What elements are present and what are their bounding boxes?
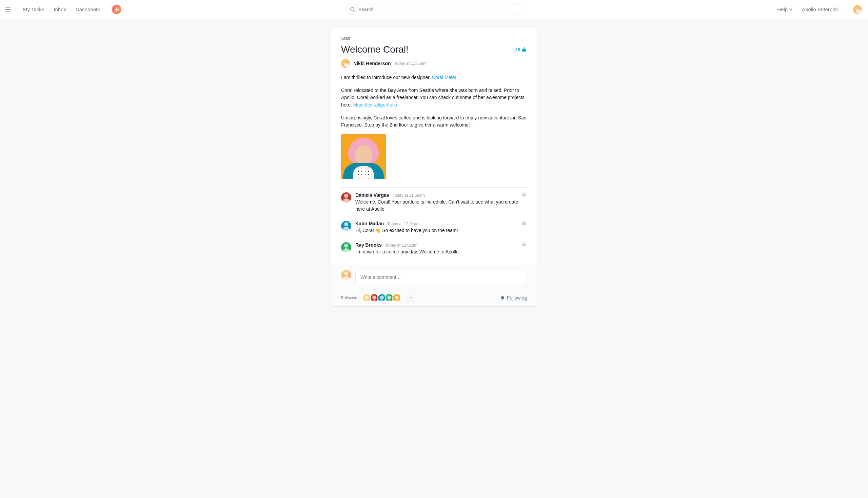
thumbs-up-icon [521,241,527,247]
followers-avatars [362,293,401,302]
commenter-avatar[interactable] [341,221,351,231]
compose-row [331,265,537,289]
hamburger-icon [5,7,11,12]
commenter-name[interactable]: Kabir Madan [355,221,384,226]
comment-item: Ray Brooks Today at 12:02pm I'm down for… [341,238,527,260]
compose-avatar [341,270,351,280]
commenter-name[interactable]: Daniela Vargas [355,192,389,198]
following-label: Following [507,295,527,301]
conversation-title: Welcome Coral! [341,44,409,55]
followers-bar: Followers Following [331,289,537,306]
post-timestamp: Today at 11:56am [394,61,426,66]
comment-input[interactable] [355,270,527,284]
post-para1-text: I am thrilled to introduce our new desig… [341,75,432,80]
comment-timestamp: Today at 11:58am [393,193,425,198]
current-user-avatar[interactable] [852,4,863,15]
post-body: I am thrilled to introduce our new desig… [341,74,527,179]
comment-text: Welcome, Coral! Your portfolio is incred… [355,198,527,213]
author-avatar[interactable] [341,59,350,68]
workspace-switcher[interactable]: Apollo Enterpris… [802,6,843,12]
comment-item: Kabir Madan Today at 12:01pm Hi, Coral 👋… [341,217,527,238]
chevron-down-icon [789,9,792,11]
author-row: Nikki Henderson Today at 11:56am [341,59,527,68]
comment-like-button[interactable] [521,220,527,226]
comment-text: Hi, Coral 👋 So excited to have you on th… [355,227,527,234]
attachment-image[interactable] [341,134,386,179]
plus-icon [115,8,119,12]
create-button[interactable] [112,5,121,14]
project-context-link[interactable]: Staff [341,36,527,41]
comments-list: Daniela Vargas Today at 11:58am Welcome,… [331,187,537,265]
comment-timestamp: Today at 12:01pm [387,222,419,226]
search-icon [350,7,355,12]
comment-text: I'm down for a coffee any day. Welcome t… [355,248,527,255]
search-input[interactable] [346,4,522,15]
commenter-avatar[interactable] [341,242,351,252]
hamburger-menu-button[interactable] [5,4,16,15]
top-bar: My Tasks Inbox Dashboard Help Apollo Ent… [0,0,868,19]
bell-icon [500,296,505,300]
conversation-card: Staff Welcome Coral! 25 Nikki Henderson … [331,27,537,307]
nav-my-tasks[interactable]: My Tasks [23,6,44,12]
plus-icon [409,296,413,300]
topbar-right: Help Apollo Enterpris… [777,4,863,15]
portfolio-link[interactable]: https://cor.al/portfolio [353,102,397,107]
comment-like-button[interactable] [521,192,527,197]
thumbs-up-icon [521,220,527,226]
follower-avatar[interactable] [392,293,401,302]
primary-nav: My Tasks Inbox Dashboard [23,5,121,14]
comment-like-button[interactable] [521,241,527,247]
following-toggle[interactable]: Following [500,295,527,301]
commenter-name[interactable]: Ray Brooks [355,242,382,248]
thumbs-up-icon [521,192,527,197]
followers-label: Followers [341,296,358,300]
nav-dashboard[interactable]: Dashboard [76,6,101,12]
person-photo-illustration [344,135,383,179]
help-label: Help [777,6,788,12]
like-count-button[interactable]: 25 [516,47,527,52]
svg-point-0 [351,8,354,11]
thumbs-up-icon [521,47,527,52]
help-menu[interactable]: Help [777,6,792,12]
commenter-avatar[interactable] [341,192,351,202]
comment-item: Daniela Vargas Today at 11:58am Welcome,… [341,188,527,217]
comment-timestamp: Today at 12:02pm [385,243,417,248]
search-wrap [346,4,522,15]
post-para3-text: Unsurprisingly, Coral loves coffee and i… [341,114,527,129]
add-follower-button[interactable] [406,293,415,302]
nav-inbox[interactable]: Inbox [54,6,66,12]
author-name[interactable]: Nikki Henderson [353,61,391,66]
like-count: 25 [516,47,520,52]
mention-link-coral[interactable]: Coral Meier [432,75,456,80]
